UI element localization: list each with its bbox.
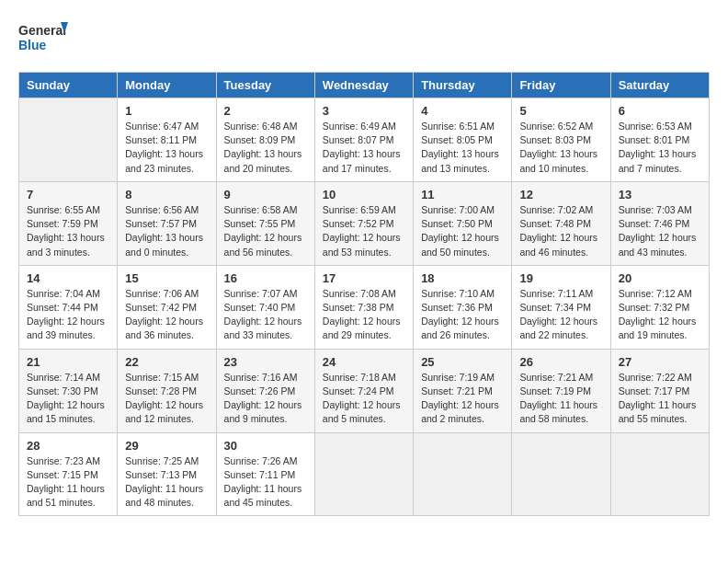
day-number: 29 [125,439,208,453]
header-row: SundayMondayTuesdayWednesdayThursdayFrid… [19,73,710,98]
day-info: Sunrise: 6:53 AMSunset: 8:01 PMDaylight:… [619,120,701,176]
day-info: Sunrise: 7:23 AMSunset: 7:15 PMDaylight:… [27,454,109,511]
day-number: 3 [323,104,405,118]
day-number: 7 [27,188,109,201]
day-number: 15 [125,271,208,285]
day-info: Sunrise: 7:11 AMSunset: 7:34 PMDaylight:… [519,287,602,343]
day-number: 17 [323,271,405,285]
day-number: 2 [224,104,307,118]
day-info: Sunrise: 7:19 AMSunset: 7:21 PMDaylight:… [421,371,504,427]
header: General Blue [18,18,710,57]
svg-text:General: General [18,23,66,38]
day-cell: 29Sunrise: 7:25 AMSunset: 7:13 PMDayligh… [118,432,216,516]
day-cell: 9Sunrise: 6:58 AMSunset: 7:55 PMDaylight… [216,181,314,265]
day-info: Sunrise: 6:58 AMSunset: 7:55 PMDaylight:… [224,203,307,259]
col-header-monday: Monday [118,73,216,98]
day-cell: 15Sunrise: 7:06 AMSunset: 7:42 PMDayligh… [118,265,216,349]
day-number: 27 [619,355,701,369]
day-number: 1 [125,104,208,118]
day-cell [512,432,610,516]
day-cell [610,432,709,516]
day-info: Sunrise: 6:47 AMSunset: 8:11 PMDaylight:… [125,120,208,176]
week-row-2: 7Sunrise: 6:55 AMSunset: 7:59 PMDaylight… [19,181,710,265]
week-row-1: 1Sunrise: 6:47 AMSunset: 8:11 PMDaylight… [19,98,710,182]
day-info: Sunrise: 6:52 AMSunset: 8:03 PMDaylight:… [519,120,602,176]
day-info: Sunrise: 6:49 AMSunset: 8:07 PMDaylight:… [323,120,405,176]
day-info: Sunrise: 7:26 AMSunset: 7:11 PMDaylight:… [224,454,307,511]
logo-svg: General Blue [18,18,69,57]
day-cell: 14Sunrise: 7:04 AMSunset: 7:44 PMDayligh… [19,265,118,349]
day-number: 25 [421,355,504,369]
day-cell [314,432,413,516]
day-number: 8 [125,188,208,201]
day-info: Sunrise: 7:12 AMSunset: 7:32 PMDaylight:… [619,287,701,343]
logo: General Blue [18,18,69,57]
day-cell: 28Sunrise: 7:23 AMSunset: 7:15 PMDayligh… [19,432,118,516]
day-cell: 26Sunrise: 7:21 AMSunset: 7:19 PMDayligh… [512,349,610,432]
day-cell: 30Sunrise: 7:26 AMSunset: 7:11 PMDayligh… [216,432,314,516]
day-number: 13 [619,188,701,201]
svg-text:Blue: Blue [18,38,47,52]
day-number: 14 [27,271,109,285]
day-cell: 1Sunrise: 6:47 AMSunset: 8:11 PMDaylight… [118,98,216,182]
day-info: Sunrise: 7:22 AMSunset: 7:17 PMDaylight:… [619,371,701,427]
day-number: 10 [323,188,405,201]
day-cell: 10Sunrise: 6:59 AMSunset: 7:52 PMDayligh… [314,181,413,265]
day-cell: 2Sunrise: 6:48 AMSunset: 8:09 PMDaylight… [216,98,314,182]
day-info: Sunrise: 7:06 AMSunset: 7:42 PMDaylight:… [125,287,208,343]
day-number: 19 [519,271,602,285]
day-number: 6 [619,104,701,118]
col-header-friday: Friday [512,73,610,98]
day-cell: 18Sunrise: 7:10 AMSunset: 7:36 PMDayligh… [414,265,512,349]
day-info: Sunrise: 7:25 AMSunset: 7:13 PMDaylight:… [125,454,208,511]
day-number: 16 [224,271,307,285]
day-cell: 20Sunrise: 7:12 AMSunset: 7:32 PMDayligh… [610,265,709,349]
day-info: Sunrise: 7:07 AMSunset: 7:40 PMDaylight:… [224,287,307,343]
week-row-4: 21Sunrise: 7:14 AMSunset: 7:30 PMDayligh… [19,349,710,432]
day-info: Sunrise: 6:59 AMSunset: 7:52 PMDaylight:… [323,203,405,259]
col-header-sunday: Sunday [19,73,118,98]
day-number: 22 [125,355,208,369]
day-number: 28 [27,439,109,453]
week-row-3: 14Sunrise: 7:04 AMSunset: 7:44 PMDayligh… [19,265,710,349]
day-number: 21 [27,355,109,369]
day-number: 11 [421,188,504,201]
day-info: Sunrise: 6:51 AMSunset: 8:05 PMDaylight:… [421,120,504,176]
day-info: Sunrise: 6:56 AMSunset: 7:57 PMDaylight:… [125,203,208,259]
day-cell: 21Sunrise: 7:14 AMSunset: 7:30 PMDayligh… [19,349,118,432]
day-info: Sunrise: 7:08 AMSunset: 7:38 PMDaylight:… [323,287,405,343]
day-info: Sunrise: 7:10 AMSunset: 7:36 PMDaylight:… [421,287,504,343]
day-cell: 7Sunrise: 6:55 AMSunset: 7:59 PMDaylight… [19,181,118,265]
day-number: 23 [224,355,307,369]
calendar-table: SundayMondayTuesdayWednesdayThursdayFrid… [18,72,710,516]
day-cell: 5Sunrise: 6:52 AMSunset: 8:03 PMDaylight… [512,98,610,182]
day-cell: 24Sunrise: 7:18 AMSunset: 7:24 PMDayligh… [314,349,413,432]
day-number: 4 [421,104,504,118]
day-number: 9 [224,188,307,201]
day-info: Sunrise: 7:15 AMSunset: 7:28 PMDaylight:… [125,371,208,427]
day-cell: 25Sunrise: 7:19 AMSunset: 7:21 PMDayligh… [414,349,512,432]
day-cell: 22Sunrise: 7:15 AMSunset: 7:28 PMDayligh… [118,349,216,432]
day-cell: 27Sunrise: 7:22 AMSunset: 7:17 PMDayligh… [610,349,709,432]
day-info: Sunrise: 7:04 AMSunset: 7:44 PMDaylight:… [27,287,109,343]
col-header-wednesday: Wednesday [314,73,413,98]
day-cell: 23Sunrise: 7:16 AMSunset: 7:26 PMDayligh… [216,349,314,432]
col-header-saturday: Saturday [610,73,709,98]
day-info: Sunrise: 7:03 AMSunset: 7:46 PMDaylight:… [619,203,701,259]
day-info: Sunrise: 7:00 AMSunset: 7:50 PMDaylight:… [421,203,504,259]
col-header-thursday: Thursday [414,73,512,98]
day-cell: 6Sunrise: 6:53 AMSunset: 8:01 PMDaylight… [610,98,709,182]
day-info: Sunrise: 6:48 AMSunset: 8:09 PMDaylight:… [224,120,307,176]
day-cell [414,432,512,516]
week-row-5: 28Sunrise: 7:23 AMSunset: 7:15 PMDayligh… [19,432,710,516]
day-info: Sunrise: 7:16 AMSunset: 7:26 PMDaylight:… [224,371,307,427]
day-cell: 8Sunrise: 6:56 AMSunset: 7:57 PMDaylight… [118,181,216,265]
day-info: Sunrise: 7:18 AMSunset: 7:24 PMDaylight:… [323,371,405,427]
day-number: 20 [619,271,701,285]
day-cell: 13Sunrise: 7:03 AMSunset: 7:46 PMDayligh… [610,181,709,265]
day-cell: 12Sunrise: 7:02 AMSunset: 7:48 PMDayligh… [512,181,610,265]
day-info: Sunrise: 7:02 AMSunset: 7:48 PMDaylight:… [519,203,602,259]
day-number: 12 [519,188,602,201]
day-cell: 3Sunrise: 6:49 AMSunset: 8:07 PMDaylight… [314,98,413,182]
day-info: Sunrise: 7:14 AMSunset: 7:30 PMDaylight:… [27,371,109,427]
